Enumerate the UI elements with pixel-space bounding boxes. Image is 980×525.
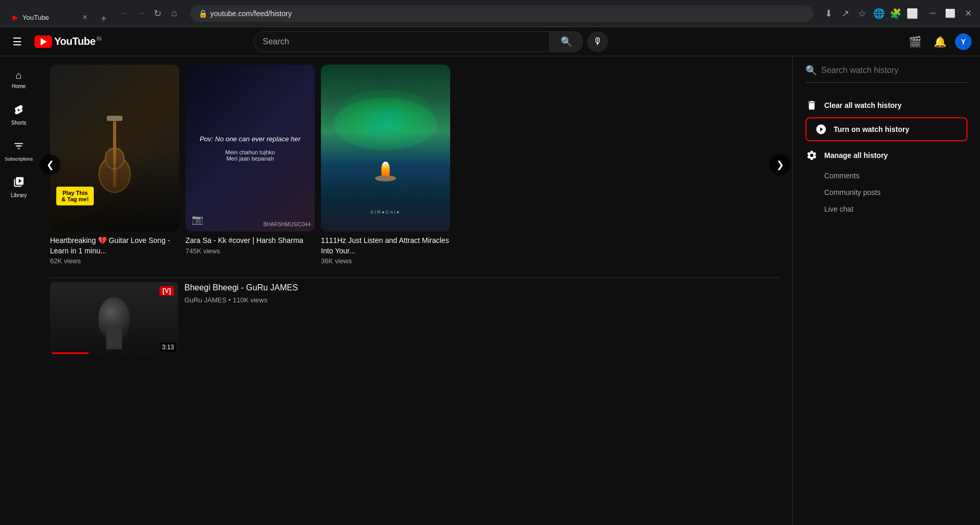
active-tab[interactable]: ▶ YouTube ✕ bbox=[4, 8, 98, 27]
carousel-card-views-2: 36K views bbox=[321, 257, 450, 265]
url-path: youtube.com/feed/history bbox=[210, 9, 292, 18]
window-controls[interactable]: ⬜ bbox=[905, 6, 920, 21]
tab-close-button[interactable]: ✕ bbox=[80, 13, 90, 22]
singer-visual bbox=[98, 297, 130, 339]
clear-history-button[interactable]: Clear all watch history bbox=[805, 93, 967, 117]
bookmark-icon[interactable]: ☆ bbox=[855, 6, 870, 21]
back-button[interactable]: ← bbox=[117, 6, 132, 21]
user-avatar[interactable]: Y bbox=[955, 33, 972, 50]
thumb-overlay-0 bbox=[50, 65, 179, 231]
video-progress-bar bbox=[50, 352, 89, 354]
sidebar-item-home[interactable]: ⌂ Home bbox=[2, 63, 35, 96]
youtube-app: ☰ YouTube IN 🔍 🎙 🎬 🔔 bbox=[0, 27, 980, 525]
right-sidebar: 🔍 Clear all watch history Turn on watch … bbox=[792, 56, 980, 525]
search-history-input[interactable] bbox=[821, 66, 967, 75]
carousel-next-button[interactable]: ❯ bbox=[770, 154, 790, 175]
play-badge-0: Play This& Tag me! bbox=[56, 187, 94, 205]
translate-icon[interactable]: 🌐 bbox=[872, 6, 886, 21]
carousel-card-1[interactable]: Pov: No one can ever replace her Mein ch… bbox=[185, 65, 315, 265]
carousel-card-info-0: Heartbreaking 💔 Guitar Love Song - Learn… bbox=[50, 236, 179, 265]
manage-history-button[interactable]: Manage all history bbox=[805, 143, 967, 167]
youtube-header: ☰ YouTube IN 🔍 🎙 🎬 🔔 bbox=[0, 27, 980, 56]
bell-icon: 🔔 bbox=[934, 35, 947, 48]
tab-title: YouTube bbox=[22, 14, 76, 21]
create-button[interactable]: 🎬 bbox=[905, 31, 926, 52]
history-info-0: Bheegi Bheegi - GuRu JAMES GuRu JAMES • … bbox=[184, 282, 780, 354]
mic-button[interactable]: 🎙 bbox=[587, 31, 608, 52]
carousel-prev-button[interactable]: ❮ bbox=[40, 154, 60, 175]
history-title-0[interactable]: Bheegi Bheegi - GuRu JAMES bbox=[184, 282, 780, 294]
youtube-logo-text: YouTube IN bbox=[54, 35, 101, 47]
search-input[interactable] bbox=[263, 37, 541, 46]
left-sidebar: ⌂ Home Shorts Subscriptions Library bbox=[0, 56, 38, 525]
carousel-thumb-0[interactable]: Play This& Tag me! bbox=[50, 65, 179, 231]
sidebar-subscriptions-label: Subscriptions bbox=[5, 156, 33, 162]
new-tab-button[interactable]: + bbox=[99, 11, 109, 27]
search-button[interactable]: 🔍 bbox=[550, 31, 583, 52]
carousel-card-views-0: 62K views bbox=[50, 257, 179, 265]
close-window-button[interactable]: ✕ bbox=[961, 6, 976, 20]
address-bar[interactable]: 🔒 youtube.com/feed/history bbox=[190, 5, 813, 22]
video-duration-0: 3:13 bbox=[160, 343, 176, 352]
history-thumb-0[interactable]: [V] 3:13 bbox=[50, 282, 178, 354]
home-icon: ⌂ bbox=[16, 69, 22, 81]
live-chat-link[interactable]: Live chat bbox=[805, 201, 967, 217]
song-main-text: Pov: No one can ever replace her bbox=[200, 135, 301, 143]
download-icon[interactable]: ⬇ bbox=[822, 6, 836, 21]
sidebar-shorts-label: Shorts bbox=[11, 120, 27, 126]
sidebar-item-library[interactable]: Library bbox=[2, 170, 35, 204]
history-views-0: 110K views bbox=[233, 296, 267, 304]
fire-flame bbox=[381, 162, 390, 176]
main-content: ❮ bbox=[38, 56, 792, 525]
song-sub-text1: Mein chahun tujhko bbox=[225, 149, 275, 155]
hamburger-menu[interactable]: ☰ bbox=[8, 31, 26, 52]
forward-button[interactable]: → bbox=[134, 6, 148, 21]
sidebar-item-shorts[interactable]: Shorts bbox=[2, 98, 35, 132]
carousel-card-views-1: 745K views bbox=[185, 247, 315, 255]
search-bar: 🔍 🎙 bbox=[254, 31, 608, 52]
youtube-logo[interactable]: YouTube IN bbox=[34, 35, 101, 48]
carousel-track: Play This& Tag me! Heartbreaking 💔 Guita… bbox=[50, 65, 780, 265]
notifications-button[interactable]: 🔔 bbox=[930, 31, 951, 52]
comments-link[interactable]: Comments bbox=[805, 167, 967, 184]
refresh-button[interactable]: ↻ bbox=[151, 6, 165, 21]
carousel-thumb-2[interactable]: KIR●CAI● bbox=[321, 65, 450, 231]
lock-icon: 🔒 bbox=[199, 9, 207, 18]
maximize-button[interactable]: ⬜ bbox=[941, 6, 960, 20]
header-left: ☰ YouTube IN bbox=[8, 31, 101, 52]
carousel-section: ❮ bbox=[50, 65, 780, 265]
extensions-icon[interactable]: 🧩 bbox=[888, 6, 903, 21]
channel-separator: • bbox=[229, 296, 233, 304]
search-icon: 🔍 bbox=[561, 36, 572, 47]
play-circle-icon bbox=[815, 124, 827, 135]
carousel-thumb-1[interactable]: Pov: No one can ever replace her Mein ch… bbox=[185, 65, 315, 231]
community-posts-link[interactable]: Community posts bbox=[805, 184, 967, 201]
share-icon[interactable]: ↗ bbox=[838, 6, 853, 21]
aurora-watermark: KIR●CAI● bbox=[321, 210, 450, 215]
history-channel-0: GuRu JAMES • 110K views bbox=[184, 296, 780, 304]
sidebar-home-label: Home bbox=[12, 83, 26, 89]
minimize-button[interactable]: ─ bbox=[926, 6, 940, 20]
carousel-card-info-2: 1111Hz Just Listen and Attract Miracles … bbox=[321, 236, 450, 265]
shorts-icon bbox=[13, 104, 24, 118]
browser-nav-group: ← → ↻ ⌂ bbox=[117, 6, 182, 21]
home-button[interactable]: ⌂ bbox=[167, 6, 182, 21]
search-history-icon: 🔍 bbox=[805, 65, 817, 76]
carousel-card-info-1: Zara Sa - Kk #cover | Harsh Sharma 745K … bbox=[185, 236, 315, 255]
carousel-card-2[interactable]: KIR●CAI● 1111Hz Just Listen and Attract … bbox=[321, 65, 450, 265]
browser-right-icons: ⬇ ↗ ☆ 🌐 🧩 ⬜ ─ ⬜ ✕ bbox=[822, 6, 976, 21]
channel-name-0[interactable]: GuRu JAMES bbox=[184, 296, 227, 304]
carousel-card-title-0: Heartbreaking 💔 Guitar Love Song - Learn… bbox=[50, 236, 179, 256]
trash-icon bbox=[805, 100, 818, 111]
window-buttons: ─ ⬜ ✕ bbox=[926, 6, 976, 20]
carousel-card-title-2: 1111Hz Just Listen and Attract Miracles … bbox=[321, 236, 450, 256]
tab-favicon: ▶ bbox=[13, 13, 18, 21]
search-history-wrap[interactable]: 🔍 bbox=[805, 65, 967, 83]
browser-tabs: ▶ YouTube ✕ + bbox=[4, 0, 109, 27]
turn-on-history-button[interactable]: Turn on watch history bbox=[805, 117, 967, 141]
carousel-card-0[interactable]: Play This& Tag me! Heartbreaking 💔 Guita… bbox=[50, 65, 179, 265]
history-item-0: [V] 3:13 Bheegi Bheegi - GuRu JAMES GuRu… bbox=[50, 282, 780, 362]
sidebar-item-subscriptions[interactable]: Subscriptions bbox=[2, 134, 35, 168]
clear-history-label: Clear all watch history bbox=[824, 101, 902, 109]
search-input-wrap[interactable] bbox=[254, 31, 550, 52]
